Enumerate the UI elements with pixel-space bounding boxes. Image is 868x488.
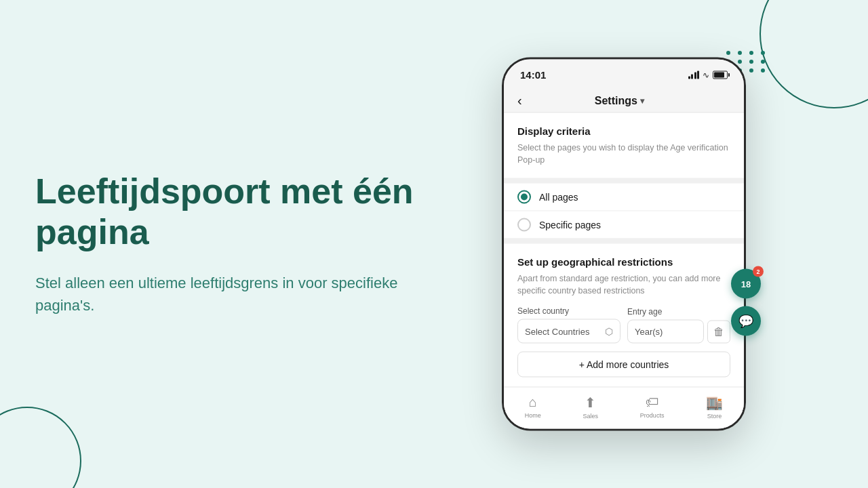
nav-item-sales[interactable]: ⬆ Sales (583, 394, 599, 420)
store-icon: 🏬 (706, 394, 723, 411)
geo-restrictions-desc: Apart from standard age restriction, you… (517, 273, 730, 297)
left-section: Leeftijdspoort met één pagina Stel allee… (35, 171, 415, 317)
float-18-label: 18 (741, 279, 751, 289)
signal-icon (688, 70, 700, 79)
trash-icon: 🗑 (713, 325, 724, 338)
bottom-nav: ⌂ Home ⬆ Sales 🏷 Products 🏬 Store (504, 387, 744, 429)
sub-heading: Stel alleen een ultieme leeftijdsgrens i… (35, 272, 415, 317)
nav-item-home[interactable]: ⌂ Home (525, 394, 541, 420)
nav-sales-label: Sales (583, 413, 599, 420)
status-time: 14:01 (520, 69, 546, 81)
sales-icon: ⬆ (585, 394, 596, 411)
nav-store-label: Store (707, 413, 722, 420)
float-chat-button[interactable]: 💬 (731, 306, 761, 336)
add-countries-label: + Add more countries (579, 359, 669, 370)
geo-restrictions-section: Set up geographical restrictions Apart f… (504, 244, 744, 387)
entry-age-value: Year(s) (635, 327, 663, 337)
bg-circle-top-right (760, 0, 868, 108)
float-18-button[interactable]: 18 2 (731, 269, 761, 299)
nav-item-products[interactable]: 🏷 Products (640, 394, 665, 420)
nav-item-store[interactable]: 🏬 Store (706, 394, 723, 420)
main-heading: Leeftijdspoort met één pagina (35, 171, 415, 253)
chat-icon: 💬 (738, 314, 753, 329)
radio-specific-pages[interactable]: Specific pages (504, 211, 744, 239)
nav-products-label: Products (640, 412, 665, 419)
display-criteria-desc: Select the pages you wish to display the… (517, 142, 730, 166)
add-countries-button[interactable]: + Add more countries (517, 352, 730, 378)
country-field-label: Select country (517, 306, 620, 316)
phone-container: 14:01 ∿ ‹ Settings ▾ (502, 58, 746, 431)
bg-circle-bottom-left (0, 407, 81, 488)
radio-specific-pages-circle (517, 218, 531, 232)
battery-icon (713, 70, 728, 79)
display-criteria-title: Display criteria (517, 125, 730, 137)
radio-specific-pages-label: Specific pages (539, 220, 601, 230)
app-nav: ‹ Settings ▾ (504, 86, 744, 113)
entry-age-field-group: Entry age Year(s) 🗑 (627, 307, 730, 344)
country-select[interactable]: Select Countries ⬡ (517, 319, 620, 344)
section-gap (504, 239, 744, 244)
entry-age-label: Entry age (627, 307, 730, 317)
radio-all-pages-label: All pages (539, 192, 578, 203)
status-icons: ∿ (688, 70, 728, 79)
back-button[interactable]: ‹ (517, 93, 522, 108)
home-icon: ⌂ (529, 394, 537, 410)
entry-age-select[interactable]: Year(s) (627, 320, 704, 344)
radio-all-pages[interactable]: All pages (504, 184, 744, 211)
country-select-arrow: ⬡ (605, 326, 613, 337)
geo-restrictions-title: Set up geographical restrictions (517, 256, 730, 268)
wifi-icon: ∿ (703, 70, 709, 79)
country-row: Select country Select Countries ⬡ Entry … (517, 306, 730, 344)
display-criteria-section: Display criteria Select the pages you wi… (504, 113, 744, 178)
delete-country-button[interactable]: 🗑 (707, 320, 730, 343)
nav-title: Settings ▾ (528, 94, 711, 106)
float-18-badge: 2 (753, 266, 764, 277)
phone-mockup: 14:01 ∿ ‹ Settings ▾ (502, 58, 746, 431)
phone-content: Display criteria Select the pages you wi… (504, 113, 744, 429)
country-select-value: Select Countries (525, 326, 589, 336)
radio-all-pages-circle (517, 190, 531, 204)
nav-dropdown-icon[interactable]: ▾ (640, 96, 644, 105)
nav-home-label: Home (525, 412, 541, 419)
products-icon: 🏷 (646, 394, 659, 410)
status-bar: 14:01 ∿ (504, 60, 744, 86)
country-field-group: Select country Select Countries ⬡ (517, 306, 620, 344)
